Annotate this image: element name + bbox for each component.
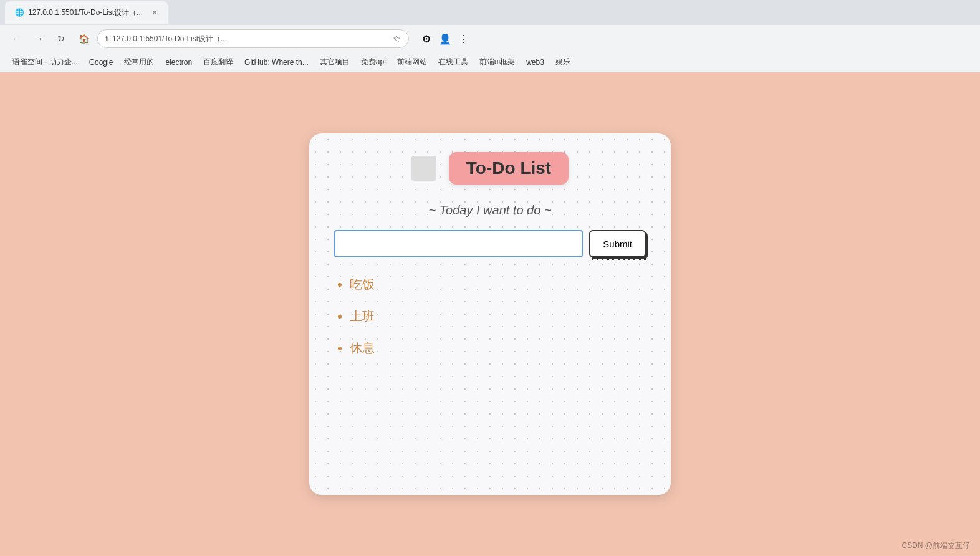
card-icon [411,156,436,181]
bookmark-11[interactable]: web3 [521,55,549,69]
submit-button[interactable]: Submit [589,230,646,257]
submit-label: Submit [603,239,632,249]
bookmark-4[interactable]: 百度翻译 [198,54,238,70]
card-subtitle: ~ Today I want to do ~ [334,203,646,218]
task-item-1[interactable]: 上班 [350,308,646,325]
address-text: 127.0.0.1:5501/To-Do-List设计（... [112,34,227,44]
task-list: 吃饭 上班 休息 [334,276,646,357]
bookmark-2[interactable]: 经常用的 [119,54,159,70]
bookmark-5[interactable]: GitHub: Where th... [239,55,314,69]
bookmark-10[interactable]: 前端ui框架 [474,54,520,70]
tab-bar: 🌐 127.0.0.1:5501/To-Do-List设计（... ✕ [0,0,980,25]
task-item-0[interactable]: 吃饭 [350,276,646,293]
browser-chrome: 🌐 127.0.0.1:5501/To-Do-List设计（... ✕ ← → … [0,0,980,73]
task-input[interactable] [334,230,583,257]
subtitle-text: ~ Today I want to do ~ [428,203,551,217]
bookmark-0[interactable]: 语雀空间 - 助力企... [7,54,83,70]
task-text-2: 休息 [350,341,375,355]
bookmark-12[interactable]: 娱乐 [550,54,575,70]
todo-card: To-Do List ~ Today I want to do ~ Submit… [309,133,671,495]
input-area: Submit [334,230,646,257]
watermark: CSDN @前端交互仔 [901,540,970,551]
task-item-2[interactable]: 休息 [350,340,646,357]
security-icon: ℹ [105,34,108,43]
bookmark-3[interactable]: electron [160,55,197,69]
bookmark-8[interactable]: 前端网站 [392,54,432,70]
nav-bar: ← → ↻ 🏠 ℹ 127.0.0.1:5501/To-Do-List设计（..… [0,25,980,52]
profile-icon[interactable]: 👤 [438,31,453,46]
bookmark-1[interactable]: Google [84,55,118,69]
toolbar-icons: ⚙ 👤 ⋮ [419,31,471,46]
page-content: To-Do List ~ Today I want to do ~ Submit… [0,72,980,556]
reload-button[interactable]: ↻ [52,30,70,47]
bookmark-7[interactable]: 免费api [356,54,391,70]
tab-icon: 🌐 [15,8,24,17]
app-title: To-Do List [466,158,551,178]
back-button[interactable]: ← [7,30,25,47]
card-header: To-Do List [334,152,646,185]
address-bar[interactable]: ℹ 127.0.0.1:5501/To-Do-List设计（... ☆ [97,29,409,48]
watermark-text: CSDN @前端交互仔 [901,541,970,550]
tab-title: 127.0.0.1:5501/To-Do-List设计（... [28,7,143,18]
task-text-0: 吃饭 [350,277,375,291]
active-tab[interactable]: 🌐 127.0.0.1:5501/To-Do-List设计（... ✕ [5,1,168,24]
bookmark-6[interactable]: 其它项目 [315,54,355,70]
extensions-icon[interactable]: ⚙ [419,31,434,46]
bookmark-9[interactable]: 在线工具 [433,54,473,70]
forward-button[interactable]: → [30,30,47,47]
menu-icon[interactable]: ⋮ [456,31,471,46]
card-title-badge: To-Do List [449,152,569,185]
home-button[interactable]: 🏠 [75,30,92,47]
bookmarks-bar: 语雀空间 - 助力企... Google 经常用的 electron 百度翻译 … [0,52,980,72]
tab-close-icon[interactable]: ✕ [151,8,158,17]
task-text-1: 上班 [350,309,375,323]
bookmark-star-icon[interactable]: ☆ [393,34,401,44]
